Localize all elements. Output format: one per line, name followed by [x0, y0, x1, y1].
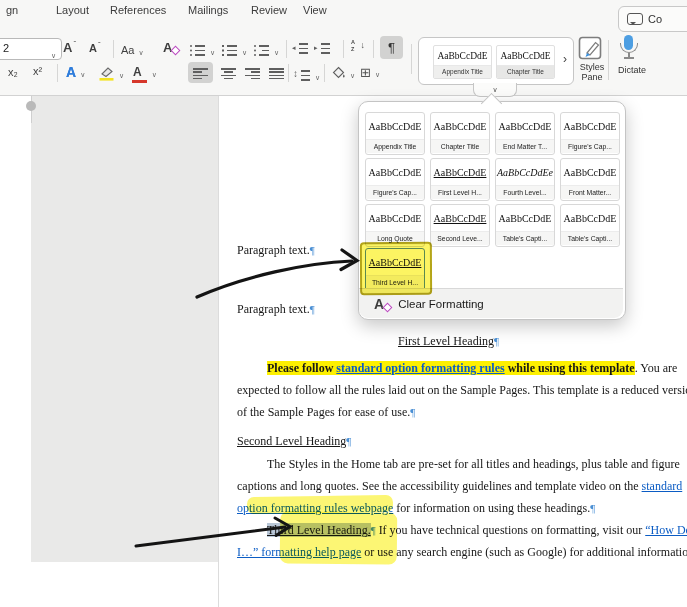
separator [286, 40, 287, 58]
multilevel-list-button[interactable] [253, 41, 279, 59]
line-spacing-button[interactable] [294, 66, 320, 84]
style-label: Fourth Level... [496, 185, 554, 199]
intro-line-1[interactable]: Please follow standard option formatting… [267, 361, 660, 377]
align-center-button[interactable] [216, 62, 241, 83]
style-preview: AaBbCcDdE [561, 205, 619, 231]
style-preview: AaBbCcDdE [561, 159, 619, 185]
style-preview: AaBbCcDdE [497, 46, 554, 65]
menu-style-long-quote[interactable]: AaBbCcDdELong Quote [365, 204, 425, 247]
style-preview: AaBbCcDdE [434, 46, 491, 65]
bullet-list-button[interactable] [189, 41, 215, 59]
pilcrow-mark: ¶ [494, 335, 499, 347]
paragraph-text-2[interactable]: Paragraph text.¶ [237, 302, 315, 318]
tab-references[interactable]: References [110, 4, 166, 16]
menu-style-tables-caption-2[interactable]: AaBbCcDdETable's Capti... [560, 204, 620, 247]
menu-style-appendix-title[interactable]: AaBbCcDdEAppendix Title [365, 112, 425, 155]
scroll-knob[interactable] [26, 101, 36, 111]
menu-style-tables-caption[interactable]: AaBbCcDdETable's Capti... [495, 204, 555, 247]
text-run: for information on using these headings. [393, 501, 590, 515]
hyperlink[interactable]: standard option formatting rules [336, 361, 504, 375]
font-size-input[interactable]: 2 [0, 38, 62, 60]
second-level-heading[interactable]: Second Level Heading¶ [237, 434, 351, 450]
align-right-icon [245, 67, 260, 79]
shading-button[interactable] [331, 64, 355, 82]
menu-style-first-level-heading[interactable]: AaBbCcDdEFirst Level H... [430, 158, 490, 201]
text-effects-button[interactable]: A [66, 63, 85, 81]
align-right-button[interactable] [240, 62, 265, 83]
paint-bucket-icon [331, 66, 346, 81]
multilevel-list-icon [253, 44, 270, 56]
tab-mailings[interactable]: Mailings [188, 4, 228, 16]
justify-button[interactable] [264, 62, 289, 83]
font-size-value: 2 [3, 42, 9, 54]
clear-formatting-icon: A [374, 296, 384, 312]
grow-font-icon: A [63, 40, 72, 55]
styles-par-line-2[interactable]: captions and long quotes. See the access… [237, 479, 660, 495]
style-label: Front Matter... [561, 185, 619, 199]
hyperlink[interactable]: “How Do [645, 523, 687, 537]
show-paragraph-marks-button[interactable]: ¶ [380, 36, 403, 59]
align-left-button[interactable] [188, 62, 213, 83]
styles-pane-label: Pane [581, 72, 602, 82]
comments-label: Co [648, 13, 662, 25]
grow-font-button[interactable]: Aˆ [63, 40, 76, 55]
sort-button[interactable] [351, 39, 366, 54]
pilcrow-mark: ¶ [590, 502, 595, 514]
comments-button[interactable]: Co [618, 6, 687, 32]
text-run: of the Sample Pages for ease of use. [237, 405, 410, 419]
decrease-indent-button[interactable] [292, 42, 309, 54]
first-level-heading[interactable]: First Level Heading¶ [237, 334, 660, 350]
pilcrow-mark: ¶ [346, 435, 351, 447]
font-color-icon: A [133, 65, 142, 79]
superscript-button[interactable]: x² [33, 65, 42, 77]
menu-style-chapter-title[interactable]: AaBbCcDdEChapter Title [430, 112, 490, 155]
style-label: Chapter Title [497, 65, 554, 78]
highlight-color-button[interactable] [98, 64, 124, 82]
text-run: while using this template [505, 361, 635, 375]
style-label: Figure's Cap... [366, 185, 424, 199]
menu-style-figures-caption-2[interactable]: AaBbCcDdEFigure's Cap... [365, 158, 425, 201]
tab-layout[interactable]: Layout [56, 4, 89, 16]
style-preview: AaBbCcDdE [431, 159, 489, 185]
style-label: Table's Capti... [561, 231, 619, 245]
style-chapter-title[interactable]: AaBbCcDdE Chapter Title [496, 45, 555, 79]
separator [113, 40, 114, 58]
styles-pane-icon[interactable] [578, 36, 604, 62]
menu-style-end-matter[interactable]: AaBbCcDdEEnd Matter T... [495, 112, 555, 155]
menu-style-second-level-heading[interactable]: AaBbCcDdESecond Leve... [430, 204, 490, 247]
gallery-open-connector[interactable] [473, 83, 517, 97]
hyperlink[interactable]: standard [642, 479, 683, 493]
menu-style-front-matter[interactable]: AaBbCcDdEFront Matter... [560, 158, 620, 201]
style-label: End Matter T... [496, 139, 554, 153]
style-preview: AaBbCcDdE [366, 205, 424, 231]
style-preview: AaBbCcDdE [561, 113, 619, 139]
borders-button[interactable]: ⊞ [360, 63, 380, 81]
menu-style-figures-caption[interactable]: AaBbCcDdEFigure's Cap... [560, 112, 620, 155]
tab-review[interactable]: Review [251, 4, 287, 16]
chevron-down-icon[interactable] [49, 44, 56, 62]
font-color-button[interactable]: A [133, 63, 157, 81]
style-appendix-title[interactable]: AaBbCcDdE Appendix Title [433, 45, 492, 79]
document-canvas-margin [31, 96, 218, 562]
pilcrow-mark: ¶ [310, 244, 315, 256]
yellow-marker-gallery-item [360, 242, 432, 295]
gallery-expand-icon[interactable]: › [563, 52, 567, 66]
tab-view[interactable]: View [303, 4, 327, 16]
dictate-button[interactable]: Dictate [606, 65, 658, 75]
subscript-button[interactable]: x₂ [8, 66, 18, 78]
style-label: First Level H... [431, 185, 489, 199]
paragraph-text-1[interactable]: Paragraph text.¶ [237, 243, 315, 259]
clear-formatting-button[interactable]: A [163, 40, 172, 55]
styles-par-line-1[interactable]: The Styles in the Home tab are pre-set f… [267, 457, 660, 473]
numbered-list-button[interactable] [221, 41, 247, 59]
tab-design[interactable]: gn [6, 4, 18, 16]
heading-text: Second Level Heading [237, 434, 346, 448]
intro-line-3[interactable]: of the Sample Pages for ease of use.¶ [237, 405, 415, 421]
change-case-button[interactable]: Aa [121, 41, 144, 59]
dictate-mic-icon[interactable] [618, 35, 640, 61]
subscript-icon: x₂ [8, 66, 18, 78]
shrink-font-button[interactable]: Aˇ [89, 42, 101, 54]
menu-style-fourth-level[interactable]: AaBbCcDdEeFourth Level... [495, 158, 555, 201]
intro-line-2[interactable]: expected to follow all the rules laid ou… [237, 383, 660, 399]
increase-indent-button[interactable] [314, 42, 331, 54]
